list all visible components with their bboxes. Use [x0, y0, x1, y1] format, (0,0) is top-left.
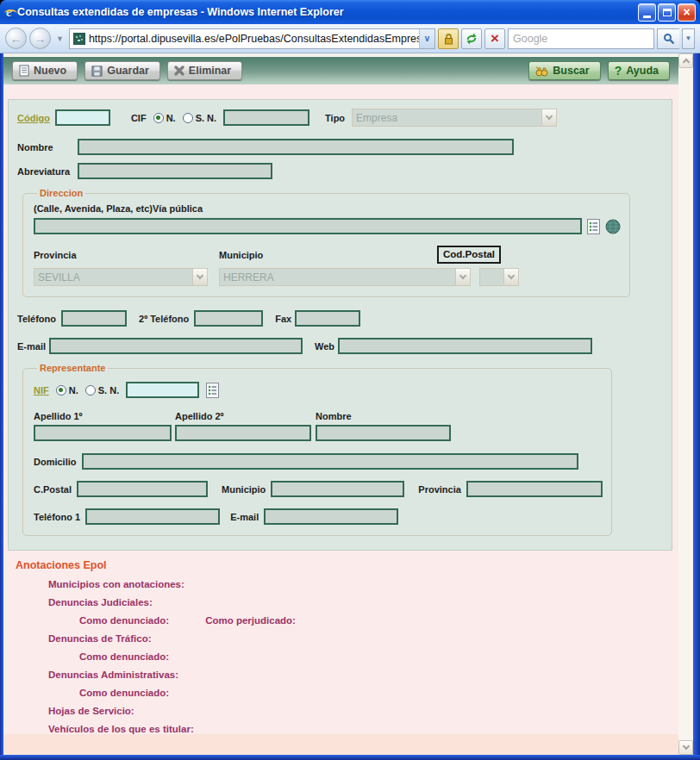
ssl-lock-icon[interactable] — [438, 28, 459, 49]
nif-sn-radio[interactable] — [85, 385, 96, 396]
ayuda-button[interactable]: ? Ayuda — [608, 61, 670, 80]
history-dropdown-icon[interactable]: ▼ — [53, 34, 66, 43]
magnifier-icon — [663, 33, 675, 45]
rep-municipio-input[interactable] — [271, 481, 404, 497]
anotaciones-item: Como denunciado: — [79, 688, 169, 698]
direccion-legend: Direccion — [37, 188, 85, 198]
map-globe-button[interactable] — [605, 219, 621, 234]
scrollbar-track[interactable] — [678, 68, 693, 740]
telefono-input[interactable] — [61, 310, 127, 327]
anotaciones-row: Denuncias de Tráfico: — [16, 633, 678, 644]
address-bar[interactable]: https://portal.dipusevilla.es/ePolPrueba… — [69, 28, 435, 49]
nombre-label: Nombre — [17, 142, 78, 153]
anotaciones-item: Como perjudicado: — [205, 615, 296, 626]
municipio-select[interactable]: HERRERA — [219, 268, 471, 286]
nuevo-label: Nuevo — [34, 65, 66, 77]
list-icon — [208, 384, 217, 396]
cod-postal-button[interactable]: Cod.Postal — [437, 246, 501, 264]
scroll-down-button[interactable] — [678, 740, 693, 755]
stop-x-icon: × — [491, 31, 499, 46]
anotaciones-row: Municipios con anotaciones: — [16, 579, 678, 589]
rep-email-input[interactable] — [264, 508, 398, 525]
nif-n-radio[interactable] — [56, 385, 66, 396]
app-toolbar: Nuevo Guardar Eliminar — [3, 56, 678, 84]
guardar-button[interactable]: Guardar — [84, 61, 160, 80]
fax-input[interactable] — [295, 310, 360, 327]
chevron-down-icon — [682, 743, 689, 750]
direccion-fieldset: Direccion (Calle, Avenida, Plaza, etc)Ví… — [22, 188, 630, 297]
nombre-input[interactable] — [78, 139, 514, 155]
telefono1-input[interactable] — [85, 508, 220, 525]
nif-input[interactable] — [126, 382, 199, 398]
nif-n-label: N. — [69, 385, 78, 396]
buscar-label: Buscar — [553, 65, 589, 77]
padlock-icon — [443, 33, 454, 45]
provincia-select[interactable]: SEVILLA — [34, 268, 208, 286]
apellido2-label: Apellido 2º — [175, 411, 316, 421]
codigo-input[interactable] — [55, 109, 110, 126]
address-dropdown-icon[interactable]: v — [419, 29, 434, 48]
anotaciones-row: Como denunciado: Como perjudicado: — [16, 615, 678, 626]
domicilio-input[interactable] — [82, 453, 578, 470]
vertical-scrollbar[interactable] — [678, 53, 693, 755]
maximize-button[interactable] — [658, 3, 676, 22]
via-publica-label: (Calle, Avenida, Plaza, etc)Vía pública — [34, 203, 621, 214]
rep-nombre-input[interactable] — [316, 425, 451, 441]
browser-window: e Consultas extendidas de empresas - Win… — [0, 0, 700, 760]
close-button[interactable]: × — [678, 3, 696, 22]
provincia-label: Provincia — [34, 250, 219, 260]
representante-legend: Representante — [37, 363, 108, 373]
refresh-button[interactable] — [461, 28, 482, 49]
globe-icon — [605, 219, 621, 234]
anotaciones-item: Como denunciado: — [79, 651, 169, 662]
codigo-link[interactable]: Código — [17, 113, 50, 123]
abreviatura-input[interactable] — [78, 163, 272, 179]
nuevo-button[interactable]: Nuevo — [12, 61, 78, 80]
tipo-label: Tipo — [325, 113, 345, 123]
via-publica-list-button[interactable] — [587, 219, 600, 234]
telefono2-label: 2º Teléfono — [139, 314, 189, 324]
cod-postal-select[interactable] — [479, 268, 519, 286]
web-label: Web — [315, 341, 334, 352]
eliminar-button[interactable]: Eliminar — [167, 61, 242, 80]
save-floppy-icon — [91, 65, 103, 77]
cif-n-radio[interactable] — [153, 113, 164, 123]
rep-municipio-label: Municipio — [222, 484, 266, 495]
back-button[interactable]: ← — [5, 28, 27, 49]
buscar-button[interactable]: Buscar — [528, 61, 600, 80]
municipio-value: HERRERA — [220, 271, 455, 283]
cif-sn-radio[interactable] — [183, 113, 193, 123]
cif-label: CIF — [131, 113, 147, 123]
telefono2-input[interactable] — [194, 310, 263, 327]
municipio-label: Municipio — [219, 250, 437, 260]
rep-provincia-input[interactable] — [466, 481, 603, 497]
web-input[interactable] — [338, 338, 592, 354]
apellido2-input[interactable] — [175, 425, 311, 441]
search-options-dropdown-icon[interactable]: ▼ — [682, 28, 695, 49]
minimize-button[interactable] — [638, 3, 656, 22]
tipo-select-arrow-icon — [541, 109, 556, 126]
forward-button[interactable]: → — [29, 28, 51, 49]
maximize-icon — [663, 9, 672, 16]
telefono-label: Teléfono — [17, 314, 56, 324]
via-publica-input[interactable] — [34, 218, 582, 234]
window-title: Consultas extendidas de empresas - Windo… — [17, 6, 636, 18]
cif-input[interactable] — [223, 109, 309, 126]
anotaciones-item: Denuncias Judiciales: — [48, 597, 153, 607]
page: Nuevo Guardar Eliminar — [3, 53, 678, 755]
stop-button[interactable]: × — [484, 28, 505, 49]
anotaciones-item: Hojas de Servicio: — [48, 706, 134, 716]
email-input[interactable] — [49, 338, 303, 354]
search-button[interactable] — [657, 28, 679, 49]
nif-link[interactable]: NIF — [34, 385, 49, 396]
search-input[interactable] — [508, 28, 654, 49]
tipo-select[interactable]: Empresa — [352, 109, 557, 127]
domicilio-label: Domicilio — [34, 457, 77, 467]
apellido1-input[interactable] — [34, 425, 172, 441]
rep-provincia-label: Provincia — [418, 484, 461, 495]
scroll-up-button[interactable] — [678, 53, 693, 68]
rep-cpostal-input[interactable] — [77, 481, 208, 497]
delete-x-icon — [174, 65, 184, 76]
anotaciones-row: Hojas de Servicio: — [16, 706, 678, 716]
nif-list-button[interactable] — [206, 383, 219, 398]
